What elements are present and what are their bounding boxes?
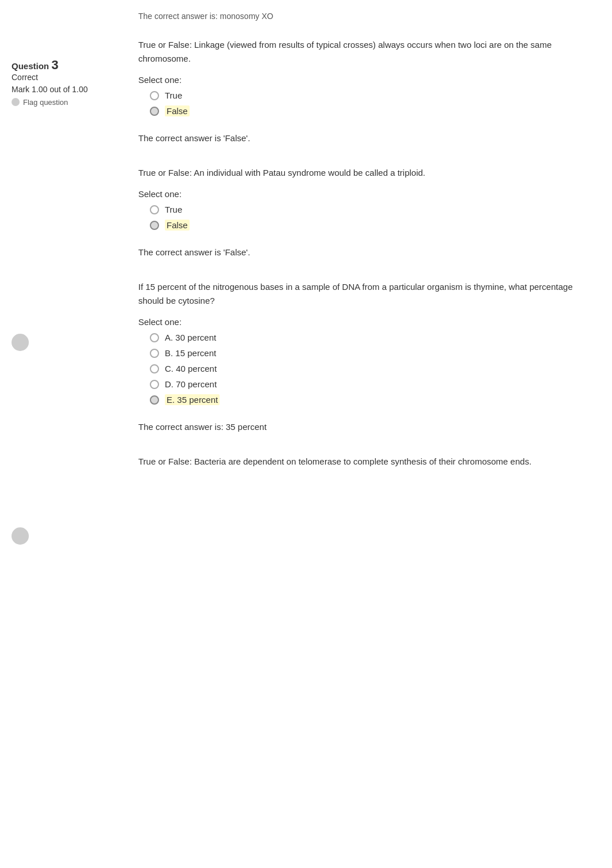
- option-a-q3c[interactable]: A. 30 percent: [150, 333, 589, 342]
- option-c-q3c[interactable]: C. 40 percent: [150, 364, 589, 373]
- sub-question-q3c: If 15 percent of the nitrogenous bases i…: [138, 280, 589, 432]
- question-text-q3d: True or False: Bacteria are dependent on…: [138, 455, 589, 469]
- radio-false-q3b[interactable]: [150, 221, 159, 230]
- flag-question-button[interactable]: Flag question: [12, 98, 115, 107]
- correct-answer-q3c: The correct answer is: 35 percent: [138, 416, 589, 432]
- option-d-q3c[interactable]: D. 70 percent: [150, 379, 589, 389]
- correct-answer-q3a: The correct answer is 'False'.: [138, 127, 589, 143]
- option-label-e-q3c: E. 35 percent: [165, 395, 220, 405]
- radio-d-q3c[interactable]: [150, 380, 159, 389]
- option-true-q3b[interactable]: True: [150, 205, 589, 214]
- options-list-q3a: True False: [150, 90, 589, 116]
- select-label-q3a: Select one:: [138, 75, 589, 85]
- select-label-q3b: Select one:: [138, 189, 589, 199]
- question-status: Correct: [12, 73, 115, 82]
- options-list-q3c: A. 30 percent B. 15 percent C. 40 percen…: [150, 333, 589, 405]
- initial-correct-answer: The correct answer is: monosomy XO: [138, 12, 589, 21]
- question-text-q3a: True or False: Linkage (viewed from resu…: [138, 38, 589, 66]
- option-label-d-q3c: D. 70 percent: [165, 379, 217, 389]
- main-content: The correct answer is: monosomy XO True …: [127, 12, 612, 545]
- radio-true-q3b[interactable]: [150, 205, 159, 214]
- option-label-a-q3c: A. 30 percent: [165, 333, 216, 342]
- question-text-q3c: If 15 percent of the nitrogenous bases i…: [138, 280, 589, 308]
- option-b-q3c[interactable]: B. 15 percent: [150, 348, 589, 358]
- option-label-false-q3b: False: [165, 220, 190, 230]
- option-label-b-q3c: B. 15 percent: [165, 348, 216, 358]
- option-false-q3a[interactable]: False: [150, 106, 589, 116]
- radio-b-q3c[interactable]: [150, 349, 159, 358]
- options-list-q3b: True False: [150, 205, 589, 230]
- option-label-c-q3c: C. 40 percent: [165, 364, 217, 373]
- flag-question-label: Flag question: [23, 98, 68, 107]
- option-e-q3c[interactable]: E. 35 percent: [150, 395, 589, 405]
- radio-c-q3c[interactable]: [150, 364, 159, 373]
- sub-question-q3b: True or False: An individual with Patau …: [138, 166, 589, 257]
- option-label-true-q3b: True: [165, 205, 182, 214]
- radio-false-q3a[interactable]: [150, 107, 159, 116]
- sub-question-q3d: True or False: Bacteria are dependent on…: [138, 455, 589, 469]
- option-label-true-q3a: True: [165, 90, 182, 100]
- radio-true-q3a[interactable]: [150, 91, 159, 100]
- radio-a-q3c[interactable]: [150, 333, 159, 342]
- select-label-q3c: Select one:: [138, 317, 589, 327]
- question-text-q3b: True or False: An individual with Patau …: [138, 166, 589, 180]
- question-number: Question 3: [12, 58, 115, 73]
- question-meta: Question 3 Correct Mark 1.00 out of 1.00…: [12, 58, 115, 107]
- sidebar-dot-q3c: [12, 527, 29, 545]
- option-false-q3b[interactable]: False: [150, 220, 589, 230]
- option-label-false-q3a: False: [165, 106, 190, 116]
- sidebar-dot-q3b: [12, 334, 29, 351]
- option-true-q3a[interactable]: True: [150, 90, 589, 100]
- correct-answer-q3b: The correct answer is 'False'.: [138, 241, 589, 257]
- question-mark: Mark 1.00 out of 1.00: [12, 84, 115, 96]
- sub-question-q3a: True or False: Linkage (viewed from resu…: [138, 38, 589, 143]
- radio-e-q3c[interactable]: [150, 395, 159, 405]
- flag-icon: [12, 98, 20, 106]
